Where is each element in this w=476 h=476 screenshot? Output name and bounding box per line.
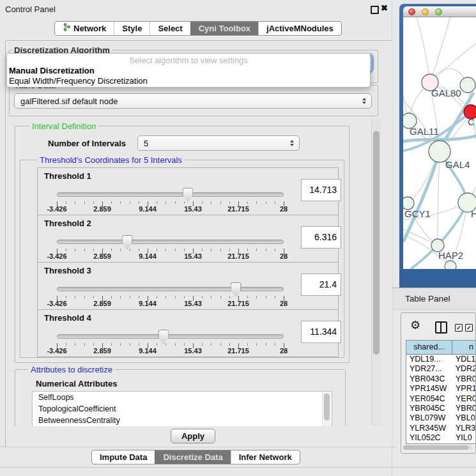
- slider-track[interactable]: [57, 192, 284, 197]
- cell-name[interactable]: YPR1: [452, 384, 476, 394]
- scrollbar-thumb[interactable]: [373, 131, 380, 355]
- table-row[interactable]: YDR27...YDR2: [406, 364, 476, 374]
- table-horizontal-scrollbar[interactable]: [403, 445, 472, 450]
- interval-group-title: Interval Definition: [29, 121, 98, 131]
- table-row[interactable]: YDL19...YDL1: [406, 355, 476, 364]
- close-traffic-light-icon[interactable]: [408, 8, 415, 15]
- list-item[interactable]: TopologicalCoefficient: [33, 403, 332, 415]
- cell-name[interactable]: YBR0: [452, 404, 476, 413]
- numerical-attributes-list: SelfLoopsTopologicalCoefficientBetweenne…: [32, 391, 332, 426]
- tab-infer-network[interactable]: Infer Network: [231, 450, 300, 464]
- tab-label: Style: [122, 22, 142, 35]
- cell-name[interactable]: YIL0: [452, 433, 472, 443]
- table-row[interactable]: YER054CYER0: [406, 394, 476, 404]
- cell-shared-name[interactable]: YLR345W: [406, 424, 452, 433]
- close-icon[interactable]: ✖: [381, 3, 388, 13]
- zoom-traffic-light-icon[interactable]: [435, 8, 442, 15]
- bottom-tabbar: Impute DataDiscretize DataInfer Network: [91, 450, 300, 464]
- table-row[interactable]: YBR045CYBR0: [406, 404, 476, 413]
- cell-shared-name[interactable]: YER054C: [406, 394, 452, 404]
- network-node[interactable]: [445, 261, 456, 269]
- table-row[interactable]: YPR145WYPR1: [406, 384, 476, 394]
- tab-impute-data[interactable]: Impute Data: [92, 450, 155, 464]
- cell-shared-name[interactable]: YBL079W: [406, 413, 452, 423]
- tick-mark: [229, 249, 230, 251]
- tab-discretize-data[interactable]: Discretize Data: [155, 450, 230, 464]
- cell-name[interactable]: YBR0: [452, 374, 476, 384]
- tick-mark: [75, 343, 75, 346]
- cell-shared-name[interactable]: YBR043C: [406, 374, 452, 384]
- slider-thumb-icon[interactable]: [231, 282, 242, 296]
- apply-button[interactable]: Apply: [171, 429, 215, 443]
- cell-name[interactable]: YER0: [452, 394, 476, 404]
- tab-cyni-toolbox[interactable]: Cyni Toolbox: [190, 22, 258, 35]
- settings-scrollbar[interactable]: [371, 119, 381, 426]
- gear-icon[interactable]: ⚙: [410, 318, 420, 332]
- table-row[interactable]: YBL079WYBL0: [406, 413, 476, 423]
- popup-option-manual[interactable]: Manual Discretization: [9, 66, 95, 75]
- table-row[interactable]: YBR043CYBR0: [406, 374, 476, 384]
- threshold-slider[interactable]: [57, 329, 284, 343]
- network-window-titlebar[interactable]: [403, 6, 476, 17]
- tab-select[interactable]: Select: [150, 22, 190, 35]
- tab-network[interactable]: Network: [55, 22, 114, 35]
- panel-separator[interactable]: [392, 0, 392, 476]
- threshold-slider[interactable]: [57, 234, 284, 249]
- cell-shared-name[interactable]: YDL19...: [406, 355, 452, 364]
- tick-mark: [220, 249, 221, 251]
- tick-mark: [220, 296, 221, 298]
- scale-label: 2.859: [93, 300, 111, 307]
- cell-shared-name[interactable]: YPR145W: [406, 384, 452, 394]
- network-node[interactable]: [460, 77, 475, 93]
- list-item[interactable]: SelfLoops: [33, 392, 332, 403]
- tab-jactivemnodules[interactable]: jActiveMNodules: [258, 22, 341, 35]
- threshold-slider[interactable]: [57, 282, 284, 296]
- cell-name[interactable]: YLR3: [452, 424, 475, 433]
- column-split-icon[interactable]: [435, 321, 447, 334]
- slider-track[interactable]: [57, 334, 284, 339]
- slider-thumb-icon[interactable]: [182, 188, 193, 202]
- popup-option-equal-width[interactable]: Equal Width/Frequency Discretization: [9, 76, 148, 86]
- cell-shared-name[interactable]: YIL052C: [406, 433, 452, 443]
- slider-thumb-icon[interactable]: [122, 235, 133, 249]
- slider-track[interactable]: [57, 240, 284, 244]
- minimize-traffic-light-icon[interactable]: [422, 8, 429, 15]
- column-header-shared-name[interactable]: shared...: [406, 341, 452, 354]
- tick-mark: [139, 249, 139, 251]
- column-header-name[interactable]: n: [452, 341, 476, 354]
- tab-style[interactable]: Style: [114, 22, 150, 35]
- tick-mark: [130, 249, 130, 251]
- threshold-value-field[interactable]: 14.713: [301, 179, 341, 201]
- tick-mark: [75, 296, 75, 298]
- tick-mark: [66, 343, 66, 346]
- threshold-value-field[interactable]: 21.4: [301, 273, 341, 296]
- cell-shared-name[interactable]: YBR045C: [406, 404, 452, 413]
- slider-thumb-icon[interactable]: [158, 330, 169, 344]
- tick-mark: [275, 343, 275, 346]
- network-node-gcy1[interactable]: [403, 197, 414, 210]
- threshold-value-field[interactable]: 6.316: [301, 226, 341, 249]
- float-window-icon[interactable]: [371, 6, 379, 14]
- cell-shared-name[interactable]: YDR27...: [406, 364, 452, 374]
- cell-name[interactable]: YDL1: [452, 355, 475, 364]
- threshold-slider[interactable]: [57, 187, 284, 201]
- scrollbar-thumb[interactable]: [403, 445, 468, 450]
- tab-label: jActiveMNodules: [266, 22, 334, 35]
- checkbox-icon[interactable]: ✓: [465, 324, 473, 332]
- network-canvas[interactable]: GAL80CGAL11GAL4GCY1HHAP2: [403, 17, 476, 269]
- table-row[interactable]: YIL052CYIL0: [406, 433, 476, 443]
- list-scrollbar[interactable]: [322, 392, 331, 426]
- num-intervals-combobox[interactable]: 5: [137, 135, 300, 151]
- scale-label: -3.426: [47, 252, 66, 260]
- cell-name[interactable]: YBL0: [452, 413, 475, 423]
- table-data-combobox[interactable]: galFiltered.sif default node: [14, 93, 372, 109]
- slider-track[interactable]: [57, 287, 284, 291]
- threshold-value-field[interactable]: 11.344: [301, 321, 341, 343]
- list-item[interactable]: BetweennessCentrality: [33, 415, 332, 426]
- checkbox-icon[interactable]: ✓: [455, 324, 463, 332]
- cell-name[interactable]: YDR2: [452, 364, 476, 374]
- tick-mark: [75, 201, 75, 204]
- table-row[interactable]: YLR345WYLR3: [406, 424, 476, 433]
- tick-mark: [256, 296, 257, 298]
- tick-mark: [247, 249, 248, 251]
